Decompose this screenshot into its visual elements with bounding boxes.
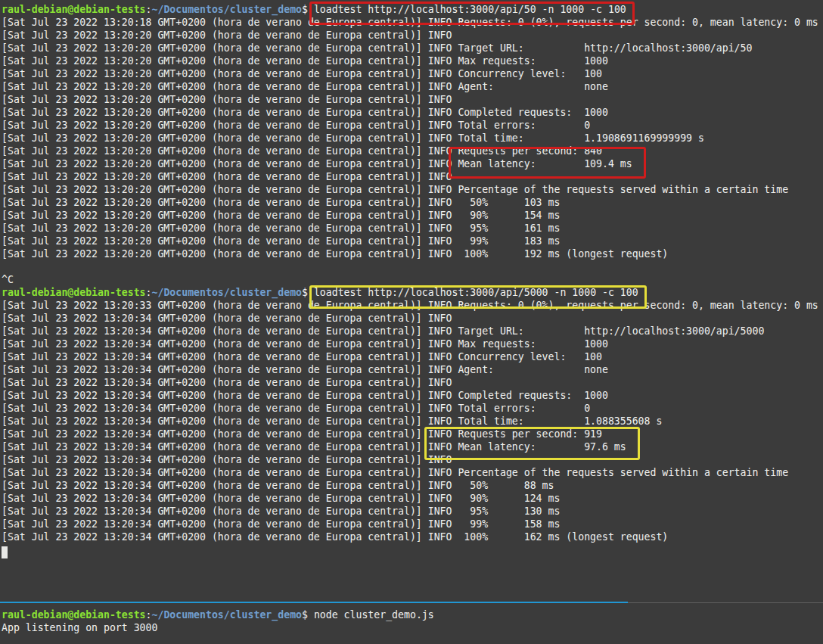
prompt-line-1: raul-debian@debian-tests:~/Documentos/cl…: [2, 4, 314, 15]
command-loadtest-api5000: loadtest http://localhost:3000/api/5000 …: [314, 287, 638, 298]
prompt-user-host: raul-debian@debian-tests: [2, 609, 146, 621]
prompt-symbol: $: [302, 287, 314, 298]
log-output-run1: [Sat Jul 23 2022 13:20:18 GMT+0200 (hora…: [2, 17, 818, 260]
prompt-line-2: raul-debian@debian-tests:~/Documentos/cl…: [2, 287, 314, 298]
pane-divider[interactable]: [0, 602, 628, 603]
pane-divider-track: [628, 602, 823, 603]
terminal-top-pane[interactable]: raul-debian@debian-tests:~/Documentos/cl…: [2, 3, 818, 543]
prompt-path: ~/Documentos/cluster_demo: [152, 4, 303, 15]
prompt-user-host: raul-debian@debian-tests: [2, 4, 146, 15]
command-node-cluster-demo: node cluster_demo.js: [314, 609, 434, 621]
terminal-bottom-pane[interactable]: raul-debian@debian-tests:~/Documentos/cl…: [2, 608, 434, 634]
terminal-window: raul-debian@debian-tests:~/Documentos/cl…: [0, 0, 823, 644]
prompt-separator: :: [146, 4, 152, 15]
prompt-line-3: raul-debian@debian-tests:~/Documentos/cl…: [2, 609, 314, 621]
prompt-user-host: raul-debian@debian-tests: [2, 287, 146, 298]
prompt-path: ~/Documentos/cluster_demo: [152, 287, 303, 298]
prompt-separator: :: [146, 609, 152, 621]
command-loadtest-api50: loadtest http://localhost:3000/api/50 -n…: [314, 4, 626, 15]
prompt-symbol: $: [302, 609, 314, 621]
log-output-run2: [Sat Jul 23 2022 13:20:33 GMT+0200 (hora…: [2, 300, 818, 543]
prompt-separator: :: [146, 287, 152, 298]
prompt-symbol: $: [302, 4, 314, 15]
server-output-line: App listening on port 3000: [2, 622, 157, 633]
terminal-cursor: [2, 546, 8, 558]
prompt-path: ~/Documentos/cluster_demo: [152, 609, 303, 621]
interrupt-line: ^C: [2, 274, 14, 285]
